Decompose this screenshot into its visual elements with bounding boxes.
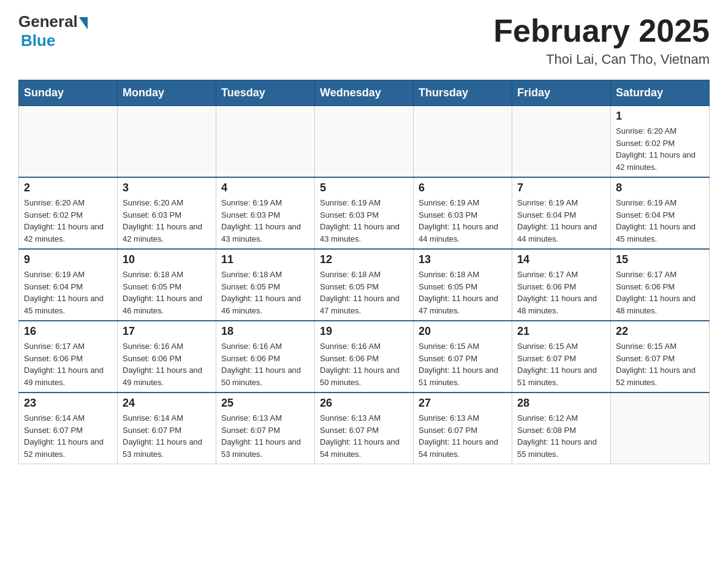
day-info: Sunrise: 6:15 AMSunset: 6:07 PMDaylight:…	[517, 340, 605, 388]
logo-arrow-icon	[79, 17, 88, 29]
day-info: Sunrise: 6:19 AMSunset: 6:03 PMDaylight:…	[221, 197, 309, 245]
day-info: Sunrise: 6:13 AMSunset: 6:07 PMDaylight:…	[419, 412, 507, 460]
calendar-week-2: 2Sunrise: 6:20 AMSunset: 6:02 PMDaylight…	[19, 177, 710, 249]
calendar-week-1: 1Sunrise: 6:20 AMSunset: 6:02 PMDaylight…	[19, 106, 710, 178]
day-number: 15	[616, 253, 704, 266]
table-row: 20Sunrise: 6:15 AMSunset: 6:07 PMDayligh…	[414, 321, 512, 393]
header-wednesday: Wednesday	[315, 80, 414, 106]
table-row: 16Sunrise: 6:17 AMSunset: 6:06 PMDayligh…	[19, 321, 118, 393]
logo-general-text: General	[18, 12, 78, 31]
table-row: 21Sunrise: 6:15 AMSunset: 6:07 PMDayligh…	[512, 321, 611, 393]
title-block: February 2025 Thoi Lai, Can Tho, Vietnam	[493, 12, 710, 67]
day-number: 19	[320, 325, 408, 338]
table-row	[611, 393, 710, 464]
day-number: 23	[24, 397, 112, 410]
table-row: 17Sunrise: 6:16 AMSunset: 6:06 PMDayligh…	[118, 321, 216, 393]
day-info: Sunrise: 6:16 AMSunset: 6:06 PMDaylight:…	[221, 340, 309, 388]
table-row: 12Sunrise: 6:18 AMSunset: 6:05 PMDayligh…	[315, 249, 414, 321]
table-row: 23Sunrise: 6:14 AMSunset: 6:07 PMDayligh…	[19, 393, 118, 464]
day-info: Sunrise: 6:19 AMSunset: 6:04 PMDaylight:…	[616, 197, 704, 245]
header-tuesday: Tuesday	[216, 80, 315, 106]
day-info: Sunrise: 6:20 AMSunset: 6:02 PMDaylight:…	[24, 197, 112, 245]
day-number: 1	[616, 110, 704, 123]
day-info: Sunrise: 6:17 AMSunset: 6:06 PMDaylight:…	[24, 340, 112, 388]
calendar-header: Sunday Monday Tuesday Wednesday Thursday…	[19, 80, 710, 106]
header-row: Sunday Monday Tuesday Wednesday Thursday…	[19, 80, 710, 106]
day-info: Sunrise: 6:17 AMSunset: 6:06 PMDaylight:…	[517, 269, 605, 316]
calendar-table: Sunday Monday Tuesday Wednesday Thursday…	[18, 80, 710, 464]
table-row: 7Sunrise: 6:19 AMSunset: 6:04 PMDaylight…	[512, 177, 611, 249]
table-row: 14Sunrise: 6:17 AMSunset: 6:06 PMDayligh…	[512, 249, 611, 321]
table-row: 3Sunrise: 6:20 AMSunset: 6:03 PMDaylight…	[118, 177, 216, 249]
day-number: 3	[123, 182, 211, 194]
day-info: Sunrise: 6:20 AMSunset: 6:02 PMDaylight:…	[616, 125, 704, 173]
table-row: 11Sunrise: 6:18 AMSunset: 6:05 PMDayligh…	[216, 249, 315, 321]
calendar-week-4: 16Sunrise: 6:17 AMSunset: 6:06 PMDayligh…	[19, 321, 710, 393]
table-row: 9Sunrise: 6:19 AMSunset: 6:04 PMDaylight…	[19, 249, 118, 321]
day-info: Sunrise: 6:15 AMSunset: 6:07 PMDaylight:…	[616, 340, 704, 388]
day-number: 18	[221, 325, 309, 338]
table-row: 25Sunrise: 6:13 AMSunset: 6:07 PMDayligh…	[216, 393, 315, 464]
day-info: Sunrise: 6:19 AMSunset: 6:03 PMDaylight:…	[419, 197, 507, 245]
table-row	[118, 106, 216, 178]
day-info: Sunrise: 6:13 AMSunset: 6:07 PMDaylight:…	[320, 412, 408, 460]
header-monday: Monday	[118, 80, 216, 106]
logo-blue-text: Blue	[21, 31, 55, 50]
location-subtitle: Thoi Lai, Can Tho, Vietnam	[493, 52, 710, 67]
day-number: 16	[24, 325, 112, 338]
day-number: 8	[616, 182, 704, 194]
day-info: Sunrise: 6:18 AMSunset: 6:05 PMDaylight:…	[221, 269, 309, 316]
day-number: 21	[517, 325, 605, 338]
table-row: 18Sunrise: 6:16 AMSunset: 6:06 PMDayligh…	[216, 321, 315, 393]
table-row	[414, 106, 512, 178]
day-info: Sunrise: 6:13 AMSunset: 6:07 PMDaylight:…	[221, 412, 309, 460]
day-number: 26	[320, 397, 408, 410]
table-row: 24Sunrise: 6:14 AMSunset: 6:07 PMDayligh…	[118, 393, 216, 464]
day-number: 7	[517, 182, 605, 194]
day-number: 22	[616, 325, 704, 338]
table-row: 19Sunrise: 6:16 AMSunset: 6:06 PMDayligh…	[315, 321, 414, 393]
logo: General Blue	[18, 12, 88, 50]
day-number: 13	[419, 253, 507, 266]
table-row: 2Sunrise: 6:20 AMSunset: 6:02 PMDaylight…	[19, 177, 118, 249]
table-row: 4Sunrise: 6:19 AMSunset: 6:03 PMDaylight…	[216, 177, 315, 249]
day-number: 5	[320, 182, 408, 194]
day-number: 10	[123, 253, 211, 266]
table-row: 8Sunrise: 6:19 AMSunset: 6:04 PMDaylight…	[611, 177, 710, 249]
day-info: Sunrise: 6:18 AMSunset: 6:05 PMDaylight:…	[320, 269, 408, 316]
day-info: Sunrise: 6:19 AMSunset: 6:03 PMDaylight:…	[320, 197, 408, 245]
day-number: 11	[221, 253, 309, 266]
day-number: 20	[419, 325, 507, 338]
table-row: 1Sunrise: 6:20 AMSunset: 6:02 PMDaylight…	[611, 106, 710, 178]
calendar-week-5: 23Sunrise: 6:14 AMSunset: 6:07 PMDayligh…	[19, 393, 710, 464]
day-info: Sunrise: 6:15 AMSunset: 6:07 PMDaylight:…	[419, 340, 507, 388]
day-number: 9	[24, 253, 112, 266]
table-row	[216, 106, 315, 178]
day-info: Sunrise: 6:14 AMSunset: 6:07 PMDaylight:…	[123, 412, 211, 460]
table-row: 27Sunrise: 6:13 AMSunset: 6:07 PMDayligh…	[414, 393, 512, 464]
day-info: Sunrise: 6:14 AMSunset: 6:07 PMDaylight:…	[24, 412, 112, 460]
calendar-week-3: 9Sunrise: 6:19 AMSunset: 6:04 PMDaylight…	[19, 249, 710, 321]
table-row: 13Sunrise: 6:18 AMSunset: 6:05 PMDayligh…	[414, 249, 512, 321]
day-number: 14	[517, 253, 605, 266]
day-number: 25	[221, 397, 309, 410]
day-info: Sunrise: 6:16 AMSunset: 6:06 PMDaylight:…	[123, 340, 211, 388]
day-number: 12	[320, 253, 408, 266]
table-row: 5Sunrise: 6:19 AMSunset: 6:03 PMDaylight…	[315, 177, 414, 249]
day-info: Sunrise: 6:19 AMSunset: 6:04 PMDaylight:…	[24, 269, 112, 316]
calendar-body: 1Sunrise: 6:20 AMSunset: 6:02 PMDaylight…	[19, 106, 710, 464]
day-number: 28	[517, 397, 605, 410]
day-number: 4	[221, 182, 309, 194]
day-info: Sunrise: 6:18 AMSunset: 6:05 PMDaylight:…	[123, 269, 211, 316]
header-saturday: Saturday	[611, 80, 710, 106]
header-friday: Friday	[512, 80, 611, 106]
day-info: Sunrise: 6:16 AMSunset: 6:06 PMDaylight:…	[320, 340, 408, 388]
day-info: Sunrise: 6:18 AMSunset: 6:05 PMDaylight:…	[419, 269, 507, 316]
day-info: Sunrise: 6:19 AMSunset: 6:04 PMDaylight:…	[517, 197, 605, 245]
header-sunday: Sunday	[19, 80, 118, 106]
day-number: 6	[419, 182, 507, 194]
table-row: 26Sunrise: 6:13 AMSunset: 6:07 PMDayligh…	[315, 393, 414, 464]
table-row: 28Sunrise: 6:12 AMSunset: 6:08 PMDayligh…	[512, 393, 611, 464]
table-row: 10Sunrise: 6:18 AMSunset: 6:05 PMDayligh…	[118, 249, 216, 321]
day-number: 24	[123, 397, 211, 410]
